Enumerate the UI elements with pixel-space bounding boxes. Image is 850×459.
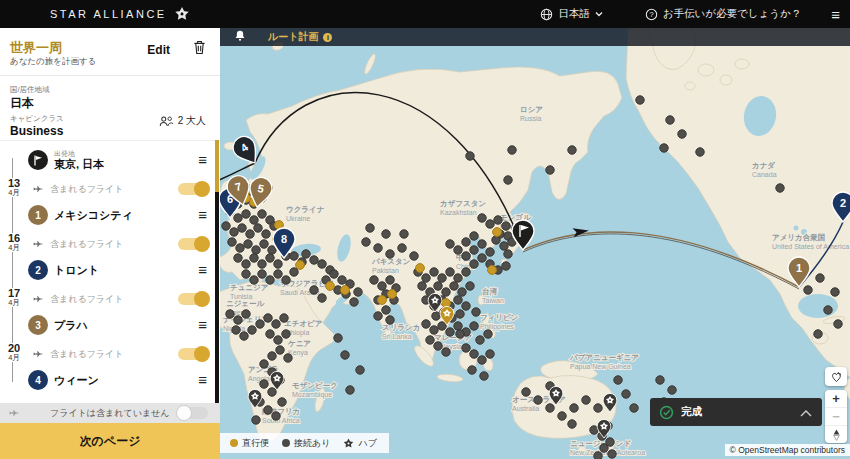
connection-city-dot[interactable] xyxy=(268,246,276,254)
connection-city-dot[interactable] xyxy=(252,246,260,254)
connection-city-dot[interactable] xyxy=(600,444,608,452)
connection-city-dot[interactable] xyxy=(438,274,446,282)
help-link[interactable]: ? お手伝いが必要でしょうか？ xyxy=(645,7,801,21)
connection-city-dot[interactable] xyxy=(268,388,276,396)
connection-city-dot[interactable] xyxy=(476,336,484,344)
notifications-bell-button[interactable] xyxy=(234,28,246,46)
connection-city-dot[interactable] xyxy=(230,228,238,236)
connection-city-dot[interactable] xyxy=(504,250,512,258)
compass-button[interactable] xyxy=(825,426,847,443)
connection-city-dot[interactable] xyxy=(446,240,454,248)
star-alliance-brand[interactable]: STAR ALLIANCE xyxy=(50,6,190,22)
connection-city-dot[interactable] xyxy=(386,250,394,258)
connection-city-dot[interactable] xyxy=(244,240,252,248)
connection-city-dot[interactable] xyxy=(636,96,644,104)
direct-city-dot[interactable] xyxy=(341,286,350,295)
connection-city-dot[interactable] xyxy=(462,252,470,260)
connection-city-dot[interactable] xyxy=(422,274,430,282)
connection-city-dot[interactable] xyxy=(386,276,394,284)
connection-city-dot[interactable] xyxy=(226,310,234,318)
connection-city-dot[interactable] xyxy=(470,246,478,254)
connection-city-dot[interactable] xyxy=(310,286,318,294)
connection-city-dot[interactable] xyxy=(362,238,370,246)
connection-city-dot[interactable] xyxy=(504,176,512,184)
connection-city-dot[interactable] xyxy=(260,240,268,248)
direct-city-dot[interactable] xyxy=(326,282,335,291)
status-panel[interactable]: 完成 xyxy=(650,398,822,426)
connection-city-dot[interactable] xyxy=(462,238,470,246)
connection-city-dot[interactable] xyxy=(386,316,394,324)
connection-city-dot[interactable] xyxy=(240,332,248,340)
connection-city-dot[interactable] xyxy=(432,312,440,320)
connection-city-dot[interactable] xyxy=(266,254,274,262)
map-attribution[interactable]: © OpenStreetMap contributors xyxy=(725,444,850,456)
no-flights-toggle[interactable] xyxy=(178,407,208,419)
connection-city-dot[interactable] xyxy=(254,224,262,232)
connection-city-dot[interactable] xyxy=(434,342,442,350)
connection-city-dot[interactable] xyxy=(438,322,446,330)
connection-city-dot[interactable] xyxy=(276,346,284,354)
connection-city-dot[interactable] xyxy=(264,406,272,414)
connection-city-dot[interactable] xyxy=(242,270,250,278)
connection-city-dot[interactable] xyxy=(346,386,354,394)
drag-handle[interactable]: ≡ xyxy=(198,155,207,165)
connection-city-dot[interactable] xyxy=(831,288,839,296)
connection-city-dot[interactable] xyxy=(282,276,290,284)
connection-city-dot[interactable] xyxy=(266,276,274,284)
connection-city-dot[interactable] xyxy=(446,328,454,336)
connection-city-dot[interactable] xyxy=(382,230,390,238)
connection-city-dot[interactable] xyxy=(468,366,476,374)
connection-city-dot[interactable] xyxy=(816,274,824,282)
connection-city-dot[interactable] xyxy=(478,240,486,248)
connection-city-dot[interactable] xyxy=(374,312,382,320)
connection-city-dot[interactable] xyxy=(804,286,812,294)
connection-city-dot[interactable] xyxy=(834,320,842,328)
connection-city-dot[interactable] xyxy=(466,282,474,290)
connection-city-dot[interactable] xyxy=(236,244,244,252)
connection-city-dot[interactable] xyxy=(470,322,478,330)
direct-city-dot[interactable] xyxy=(378,296,387,305)
connection-city-dot[interactable] xyxy=(478,356,486,364)
connection-city-dot[interactable] xyxy=(400,230,408,238)
connection-city-dot[interactable] xyxy=(334,334,342,342)
direct-city-dot[interactable] xyxy=(493,228,502,237)
connection-city-dot[interactable] xyxy=(454,322,462,330)
connection-city-dot[interactable] xyxy=(630,404,638,412)
connection-city-dot[interactable] xyxy=(330,270,338,278)
connection-city-dot[interactable] xyxy=(354,288,362,296)
connection-city-dot[interactable] xyxy=(568,146,576,154)
connection-city-dot[interactable] xyxy=(622,390,630,398)
connection-city-dot[interactable] xyxy=(656,376,664,384)
connection-city-dot[interactable] xyxy=(242,210,250,218)
connection-city-dot[interactable] xyxy=(454,274,462,282)
connection-city-dot[interactable] xyxy=(274,260,282,268)
connection-city-dot[interactable] xyxy=(508,146,516,154)
connection-city-dot[interactable] xyxy=(318,294,326,302)
stop-row-1[interactable]: 1 メキシコシティ ≡ xyxy=(0,200,220,230)
connection-city-dot[interactable] xyxy=(370,276,378,284)
connection-city-dot[interactable] xyxy=(262,230,270,238)
connection-city-dot[interactable] xyxy=(410,252,418,260)
connection-city-dot[interactable] xyxy=(256,320,264,328)
connection-city-dot[interactable] xyxy=(666,116,674,124)
connection-city-dot[interactable] xyxy=(366,224,374,232)
connection-city-dot[interactable] xyxy=(242,310,250,318)
connection-city-dot[interactable] xyxy=(446,268,454,276)
connection-city-dot[interactable] xyxy=(302,250,310,258)
connection-city-dot[interactable] xyxy=(450,282,458,290)
drag-handle[interactable]: ≡ xyxy=(198,320,207,330)
zoom-in-button[interactable]: + xyxy=(825,390,847,408)
connection-city-dot[interactable] xyxy=(318,260,326,268)
direct-city-dot[interactable] xyxy=(388,290,397,299)
language-selector[interactable]: 日本語 xyxy=(540,7,603,21)
connection-city-dot[interactable] xyxy=(246,230,254,238)
drag-handle[interactable]: ≡ xyxy=(198,375,207,385)
connection-city-dot[interactable] xyxy=(264,314,272,322)
delete-trip-button[interactable] xyxy=(193,40,206,59)
connection-city-dot[interactable] xyxy=(456,310,464,318)
drag-handle[interactable]: ≡ xyxy=(198,210,207,220)
connection-city-dot[interactable] xyxy=(696,148,704,156)
connection-city-dot[interactable] xyxy=(492,236,500,244)
flights-toggle[interactable] xyxy=(178,183,208,195)
connection-city-dot[interactable] xyxy=(338,276,346,284)
